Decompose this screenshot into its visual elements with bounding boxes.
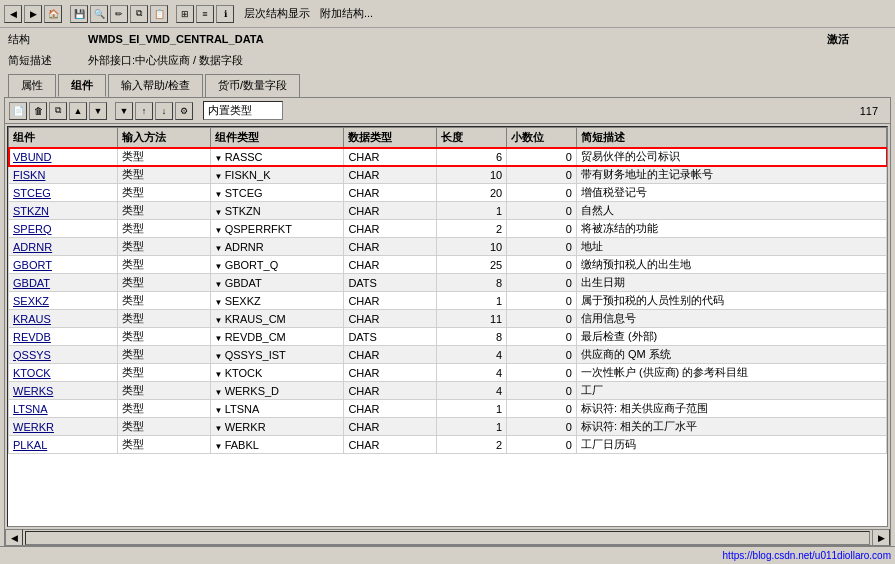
info-button[interactable]: ℹ — [216, 5, 234, 23]
table-row[interactable]: FISKN类型▼ FISKN_KCHAR100带有财务地址的主记录帐号 — [9, 166, 887, 184]
dropdown-arrow-icon[interactable]: ▼ — [215, 352, 225, 361]
component-cell[interactable]: PLKAL — [9, 436, 118, 454]
table-row[interactable]: ADRNR类型▼ ADRNRCHAR100地址 — [9, 238, 887, 256]
component-cell[interactable]: VBUND — [9, 148, 118, 166]
dropdown-arrow-icon[interactable]: ▼ — [215, 280, 225, 289]
find-button[interactable]: 🔍 — [90, 5, 108, 23]
component-cell[interactable]: WERKR — [9, 418, 118, 436]
save-button[interactable]: 💾 — [70, 5, 88, 23]
dropdown-arrow-icon[interactable]: ▼ — [215, 226, 225, 235]
settings-button[interactable]: ⚙ — [175, 102, 193, 120]
component-cell[interactable]: KRAUS — [9, 310, 118, 328]
component-cell[interactable]: SEXKZ — [9, 292, 118, 310]
comptype-cell[interactable]: ▼ STKZN — [210, 202, 344, 220]
home-button[interactable]: 🏠 — [44, 5, 62, 23]
tab-input-help[interactable]: 输入帮助/检查 — [108, 74, 203, 97]
comptype-cell[interactable]: ▼ SEXKZ — [210, 292, 344, 310]
table-row[interactable]: WERKR类型▼ WERKRCHAR10标识符: 相关的工厂水平 — [9, 418, 887, 436]
copy-row-button[interactable]: ⧉ — [49, 102, 67, 120]
table-row[interactable]: KRAUS类型▼ KRAUS_CMCHAR110信用信息号 — [9, 310, 887, 328]
comptype-cell[interactable]: ▼ STCEG — [210, 184, 344, 202]
tab-attributes[interactable]: 属性 — [8, 74, 56, 97]
table-row[interactable]: REVDB类型▼ REVDB_CMDATS80最后检查 (外部) — [9, 328, 887, 346]
component-cell[interactable]: STKZN — [9, 202, 118, 220]
tabs-container: 属性 组件 输入帮助/检查 货币/数量字段 — [0, 70, 895, 97]
copy-button[interactable]: ⧉ — [130, 5, 148, 23]
component-cell[interactable]: ADRNR — [9, 238, 118, 256]
dropdown-arrow-icon[interactable]: ▼ — [215, 208, 225, 217]
component-cell[interactable]: REVDB — [9, 328, 118, 346]
table-row[interactable]: QSSYS类型▼ QSSYS_ISTCHAR40供应商的 QM 系统 — [9, 346, 887, 364]
table-row[interactable]: GBORT类型▼ GBORT_QCHAR250缴纳预扣税人的出生地 — [9, 256, 887, 274]
dropdown-arrow-icon[interactable]: ▼ — [215, 442, 225, 451]
component-cell[interactable]: GBORT — [9, 256, 118, 274]
dropdown-arrow-icon[interactable]: ▼ — [215, 190, 225, 199]
comptype-cell[interactable]: ▼ FISKN_K — [210, 166, 344, 184]
component-cell[interactable]: GBDAT — [9, 274, 118, 292]
dropdown-arrow-icon[interactable]: ▼ — [215, 154, 225, 163]
table-container[interactable]: 组件 输入方法 组件类型 数据类型 长度 小数位 简短描述 VBUND类型▼ R… — [7, 126, 888, 527]
table-row[interactable]: SEXKZ类型▼ SEXKZCHAR10属于预扣税的人员性别的代码 — [9, 292, 887, 310]
horizontal-scrollbar[interactable] — [25, 531, 870, 545]
dropdown-arrow-icon[interactable]: ▼ — [215, 424, 225, 433]
comptype-cell[interactable]: ▼ GBDAT — [210, 274, 344, 292]
dropdown-arrow-icon[interactable]: ▼ — [215, 172, 225, 181]
component-cell[interactable]: LTSNA — [9, 400, 118, 418]
comptype-cell[interactable]: ▼ KTOCK — [210, 364, 344, 382]
table-row[interactable]: SPERQ类型▼ QSPERRFKTCHAR20将被冻结的功能 — [9, 220, 887, 238]
delete-row-button[interactable]: 🗑 — [29, 102, 47, 120]
component-cell[interactable]: QSSYS — [9, 346, 118, 364]
comptype-cell[interactable]: ▼ KRAUS_CM — [210, 310, 344, 328]
comptype-cell[interactable]: ▼ FABKL — [210, 436, 344, 454]
table-row[interactable]: STCEG类型▼ STCEGCHAR200增值税登记号 — [9, 184, 887, 202]
table-row[interactable]: PLKAL类型▼ FABKLCHAR20工厂日历码 — [9, 436, 887, 454]
comptype-cell[interactable]: ▼ GBORT_Q — [210, 256, 344, 274]
datatype-cell: CHAR — [344, 364, 437, 382]
length-cell: 6 — [437, 148, 507, 166]
scroll-right-button[interactable]: ▶ — [872, 529, 890, 547]
scroll-left-button[interactable]: ◀ — [5, 529, 23, 547]
list-button[interactable]: ≡ — [196, 5, 214, 23]
dropdown-arrow-icon[interactable]: ▼ — [215, 262, 225, 271]
comptype-cell[interactable]: ▼ WERKS_D — [210, 382, 344, 400]
back-button[interactable]: ◀ — [4, 5, 22, 23]
comptype-cell[interactable]: ▼ REVDB_CM — [210, 328, 344, 346]
move-up-button[interactable]: ▲ — [69, 102, 87, 120]
dropdown-arrow-icon[interactable]: ▼ — [215, 316, 225, 325]
dropdown-arrow-icon[interactable]: ▼ — [215, 406, 225, 415]
sort-desc-button[interactable]: ↓ — [155, 102, 173, 120]
comptype-cell[interactable]: ▼ QSPERRFKT — [210, 220, 344, 238]
table-row[interactable]: STKZN类型▼ STKZNCHAR10自然人 — [9, 202, 887, 220]
forward-button[interactable]: ▶ — [24, 5, 42, 23]
dropdown-arrow-icon[interactable]: ▼ — [215, 298, 225, 307]
pencil-icon[interactable]: ✏ — [110, 5, 128, 23]
filter-button[interactable]: ▼ — [115, 102, 133, 120]
component-cell[interactable]: SPERQ — [9, 220, 118, 238]
table-row[interactable]: VBUND类型▼ RASSCCHAR60贸易伙伴的公司标识 — [9, 148, 887, 166]
new-row-button[interactable]: 📄 — [9, 102, 27, 120]
component-cell[interactable]: WERKS — [9, 382, 118, 400]
comptype-cell[interactable]: ▼ WERKR — [210, 418, 344, 436]
component-cell[interactable]: STCEG — [9, 184, 118, 202]
dropdown-arrow-icon[interactable]: ▼ — [215, 388, 225, 397]
sort-asc-button[interactable]: ↑ — [135, 102, 153, 120]
comptype-cell[interactable]: ▼ RASSC — [210, 148, 344, 166]
component-cell[interactable]: KTOCK — [9, 364, 118, 382]
dropdown-arrow-icon[interactable]: ▼ — [215, 244, 225, 253]
table-row[interactable]: LTSNA类型▼ LTSNACHAR10标识符: 相关供应商子范围 — [9, 400, 887, 418]
comptype-cell[interactable]: ▼ LTSNA — [210, 400, 344, 418]
comptype-cell[interactable]: ▼ ADRNR — [210, 238, 344, 256]
hierarchy-button[interactable]: ⊞ — [176, 5, 194, 23]
table-row[interactable]: KTOCK类型▼ KTOCKCHAR40一次性帐户 (供应商) 的参考科目组 — [9, 364, 887, 382]
decimal-cell: 0 — [507, 310, 577, 328]
move-down-button[interactable]: ▼ — [89, 102, 107, 120]
paste-button[interactable]: 📋 — [150, 5, 168, 23]
dropdown-arrow-icon[interactable]: ▼ — [215, 334, 225, 343]
tab-components[interactable]: 组件 — [58, 74, 106, 97]
table-row[interactable]: GBDAT类型▼ GBDATDATS80出生日期 — [9, 274, 887, 292]
comptype-cell[interactable]: ▼ QSSYS_IST — [210, 346, 344, 364]
component-cell[interactable]: FISKN — [9, 166, 118, 184]
table-row[interactable]: WERKS类型▼ WERKS_DCHAR40工厂 — [9, 382, 887, 400]
tab-currency[interactable]: 货币/数量字段 — [205, 74, 300, 97]
dropdown-arrow-icon[interactable]: ▼ — [215, 370, 225, 379]
